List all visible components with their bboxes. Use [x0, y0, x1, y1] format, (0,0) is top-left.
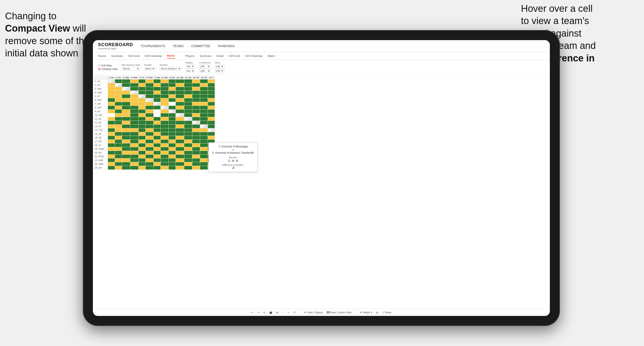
matrix-cell[interactable] [130, 113, 138, 117]
matrix-cell[interactable] [160, 151, 168, 155]
matrix-cell[interactable] [145, 125, 153, 128]
matrix-cell[interactable] [122, 98, 130, 102]
matrix-cell[interactable] [200, 83, 208, 87]
matrix-cell[interactable] [138, 166, 145, 170]
matrix-cell[interactable] [176, 91, 184, 95]
matrix-cell[interactable] [184, 166, 192, 170]
matrix-cell[interactable] [138, 140, 145, 143]
matrix-cell[interactable] [192, 140, 200, 143]
matrix-cell[interactable] [192, 113, 200, 117]
matrix-cell[interactable] [108, 143, 115, 147]
matrix-cell[interactable] [130, 143, 138, 147]
matrix-cell[interactable] [130, 155, 138, 158]
matrix-cell[interactable] [145, 79, 153, 83]
matrix-cell[interactable] [145, 158, 153, 162]
matrix-cell[interactable] [153, 125, 160, 128]
matrix-cell[interactable] [153, 136, 160, 140]
matrix-cell[interactable] [200, 95, 208, 98]
matrix-cell[interactable] [200, 117, 208, 121]
view-original-btn[interactable]: 👁 View: Original [304, 311, 323, 314]
matrix-cell[interactable] [169, 117, 176, 121]
matrix-cell[interactable] [208, 132, 215, 136]
matrix-cell[interactable] [176, 83, 184, 87]
matrix-cell[interactable] [176, 166, 184, 170]
matrix-cell[interactable] [184, 132, 192, 136]
matrix-cell[interactable] [122, 87, 130, 91]
matrix-cell[interactable] [184, 91, 192, 95]
matrix-cell[interactable] [115, 83, 122, 87]
matrix-cell[interactable] [145, 87, 153, 91]
matrix-cell[interactable] [108, 117, 115, 121]
matrix-cell[interactable] [122, 125, 130, 128]
matrix-cell[interactable] [130, 117, 138, 121]
matrix-cell[interactable] [130, 125, 138, 128]
matrix-cell[interactable] [192, 91, 200, 95]
matrix-cell[interactable] [145, 113, 153, 117]
subnav-players[interactable]: Players [185, 53, 195, 58]
matrix-cell[interactable] [145, 106, 153, 110]
matrix-cell[interactable] [208, 121, 215, 125]
matrix-cell[interactable] [208, 113, 215, 117]
matrix-cell[interactable] [176, 155, 184, 158]
matrix-cell[interactable] [169, 132, 176, 136]
subnav-detail[interactable]: Detail [216, 53, 223, 58]
matrix-cell[interactable] [160, 113, 168, 117]
save-custom-btn[interactable]: 💾 Save Custom View [327, 311, 352, 314]
matrix-cell[interactable] [108, 136, 115, 140]
matrix-cell[interactable] [115, 151, 122, 155]
matrix-cell[interactable] [115, 95, 122, 98]
matrix-cell[interactable] [108, 151, 115, 155]
matrix-cell[interactable] [122, 128, 130, 132]
matrix-cell[interactable] [160, 106, 168, 110]
matrix-cell[interactable] [176, 128, 184, 132]
matrix-cell[interactable] [138, 98, 145, 102]
subnav-matrix2[interactable]: Matrix [268, 53, 275, 58]
matrix-cell[interactable] [192, 110, 200, 113]
matrix-cell[interactable] [122, 143, 130, 147]
matrix-cell[interactable] [122, 155, 130, 158]
matrix-cell[interactable] [153, 155, 160, 158]
matrix-cell[interactable] [176, 110, 184, 113]
matrix-cell[interactable] [169, 102, 176, 106]
matrix-cell[interactable] [138, 83, 145, 87]
matrix-cell[interactable] [130, 110, 138, 113]
matrix-cell[interactable] [184, 121, 192, 125]
matrix-cell[interactable] [208, 117, 215, 121]
conference-select1[interactable]: (All) [199, 64, 211, 68]
matrix-cell[interactable] [184, 106, 192, 110]
matrix-cell[interactable] [169, 166, 176, 170]
subnav-summary1[interactable]: Summary [111, 53, 123, 58]
matrix-cell[interactable] [169, 136, 176, 140]
matrix-cell[interactable] [176, 151, 184, 155]
matrix-cell[interactable] [138, 113, 145, 117]
matrix-cell[interactable] [115, 166, 122, 170]
matrix-cell[interactable] [176, 158, 184, 162]
matrix-cell[interactable] [192, 162, 200, 166]
matrix-cell[interactable] [115, 128, 122, 132]
matrix-cell[interactable] [192, 155, 200, 158]
matrix-cell[interactable] [153, 110, 160, 113]
matrix-cell[interactable] [153, 121, 160, 125]
matrix-cell[interactable] [130, 91, 138, 95]
matrix-cell[interactable] [130, 166, 138, 170]
matrix-cell[interactable] [108, 140, 115, 143]
matrix-cell[interactable] [108, 113, 115, 117]
matrix-cell[interactable] [200, 128, 208, 132]
matrix-cell[interactable] [153, 158, 160, 162]
matrix-cell[interactable] [108, 147, 115, 151]
subnav-teams[interactable]: Teams [98, 53, 106, 58]
matrix-cell[interactable] [153, 162, 160, 166]
subnav-h2h-heatmap2[interactable]: H2H Heatmap [245, 53, 263, 58]
matrix-cell[interactable] [192, 98, 200, 102]
compact-view-radio[interactable]: Compact View [98, 68, 118, 70]
matrix-cell[interactable] [200, 158, 208, 162]
matrix-cell[interactable] [115, 102, 122, 106]
matrix-cell[interactable] [145, 121, 153, 125]
matrix-cell[interactable] [200, 98, 208, 102]
matrix-cell[interactable] [208, 91, 215, 95]
matrix-cell[interactable] [115, 140, 122, 143]
matrix-cell[interactable] [160, 110, 168, 113]
subnav-h2h-heatmap1[interactable]: H2H Heatmap [144, 53, 162, 58]
matrix-cell[interactable] [115, 87, 122, 91]
matrix-cell[interactable] [176, 132, 184, 136]
